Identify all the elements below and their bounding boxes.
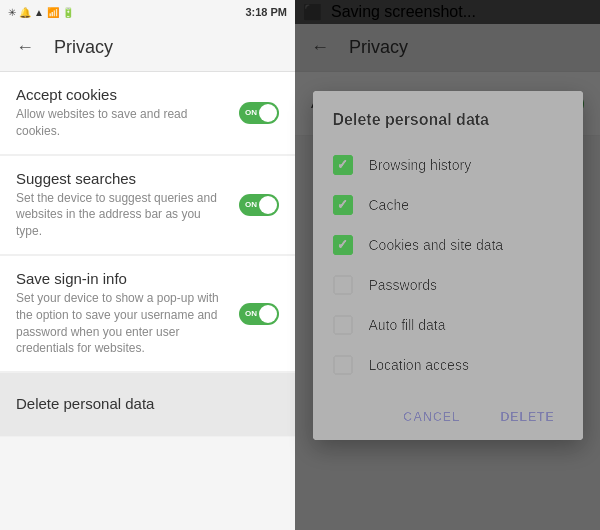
status-bar-left: ✳ 🔔 ▲ 📶 🔋 3:18 PM [0,0,295,24]
settings-item-title-1: Accept cookies [16,86,227,103]
dialog-item-1[interactable]: ✓Cache [313,185,583,225]
settings-item-desc-1: Allow websites to save and read cookies. [16,106,227,140]
signal-icon: ▲ [34,7,44,18]
status-time-left: 3:18 PM [245,6,287,18]
wifi-icon: 📶 [47,7,59,18]
dialog-item-4[interactable]: Auto fill data [313,305,583,345]
left-panel: ✳ 🔔 ▲ 📶 🔋 3:18 PM ← Privacy Accept cooki… [0,0,295,530]
notification-icon: 🔔 [19,7,31,18]
dialog-item-5[interactable]: Location access [313,345,583,385]
toggle-knob-1 [259,104,277,122]
dialog-item-label-3: Passwords [369,277,437,293]
back-button-left[interactable]: ← [16,37,34,58]
toggle-knob-2 [259,196,277,214]
status-icons-left: ✳ 🔔 ▲ 📶 🔋 [8,7,74,18]
toggle-accept-cookies[interactable]: ON [239,102,279,124]
settings-item-text-4: Delete personal data [16,395,279,415]
checkbox-3[interactable] [333,275,353,295]
toggle-on-label-2: ON [245,200,257,209]
dialog-item-0[interactable]: ✓Browsing history [313,145,583,185]
page-title-left: Privacy [54,37,113,58]
settings-item-text-2: Suggest searches Set the device to sugge… [16,170,239,240]
dialog-title: Delete personal data [313,111,583,145]
checkbox-0[interactable]: ✓ [333,155,353,175]
dialog-item-3[interactable]: Passwords [313,265,583,305]
dialog-item-label-1: Cache [369,197,409,213]
dialog-item-2[interactable]: ✓Cookies and site data [313,225,583,265]
settings-list: Accept cookies Allow websites to save an… [0,72,295,530]
dialog-buttons: CANCEL DELETE [313,389,583,440]
checkbox-4[interactable] [333,315,353,335]
settings-item-text-3: Save sign-in info Set your device to sho… [16,270,239,357]
dialog-overlay: Delete personal data ✓Browsing history✓C… [295,0,600,530]
settings-item-desc-2: Set the device to suggest queries and we… [16,190,227,240]
top-bar-left: ← Privacy [0,24,295,72]
dialog-items: ✓Browsing history✓Cache✓Cookies and site… [313,145,583,385]
right-panel: ⬛ Saving screenshot... ← Privacy Accept … [295,0,600,530]
toggle-switch-2[interactable]: ON [239,194,279,216]
checkmark-1: ✓ [337,198,348,211]
settings-item-title-3: Save sign-in info [16,270,227,287]
checkmark-2: ✓ [337,238,348,251]
settings-item-title-4: Delete personal data [16,395,267,412]
toggle-suggest-searches[interactable]: ON [239,194,279,216]
toggle-switch-1[interactable]: ON [239,102,279,124]
checkbox-2[interactable]: ✓ [333,235,353,255]
toggle-knob-3 [259,305,277,323]
bluetooth-icon: ✳ [8,7,16,18]
settings-item-desc-3: Set your device to show a pop-up with th… [16,290,227,357]
dialog-item-label-2: Cookies and site data [369,237,504,253]
dialog-item-label-4: Auto fill data [369,317,446,333]
toggle-on-label-1: ON [245,108,257,117]
settings-item-text-1: Accept cookies Allow websites to save an… [16,86,239,140]
toggle-on-label-3: ON [245,309,257,318]
settings-item-accept-cookies[interactable]: Accept cookies Allow websites to save an… [0,72,295,155]
cancel-button[interactable]: CANCEL [387,401,476,432]
delete-personal-data-dialog: Delete personal data ✓Browsing history✓C… [313,91,583,440]
checkbox-5[interactable] [333,355,353,375]
checkbox-1[interactable]: ✓ [333,195,353,215]
battery-icon: 🔋 [62,7,74,18]
toggle-save-signin[interactable]: ON [239,303,279,325]
dialog-item-label-5: Location access [369,357,469,373]
settings-item-title-2: Suggest searches [16,170,227,187]
dialog-item-label-0: Browsing history [369,157,472,173]
settings-item-save-signin[interactable]: Save sign-in info Set your device to sho… [0,256,295,372]
settings-item-delete-data[interactable]: Delete personal data [0,373,295,437]
checkmark-0: ✓ [337,158,348,171]
toggle-switch-3[interactable]: ON [239,303,279,325]
delete-button[interactable]: DELETE [484,401,570,432]
settings-item-suggest-searches[interactable]: Suggest searches Set the device to sugge… [0,156,295,255]
